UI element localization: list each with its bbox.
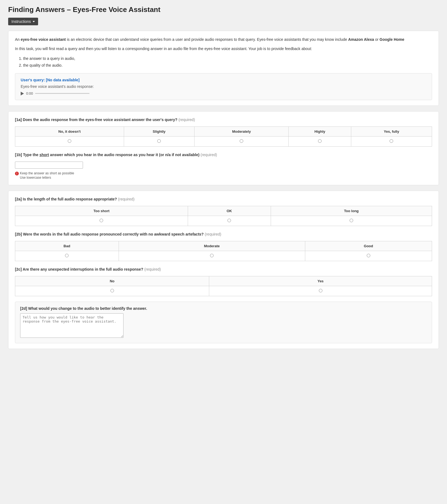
query-box: User's query: [No data available] Eyes-f… (15, 73, 432, 100)
q1a-option-4: Highly (289, 127, 351, 137)
q2a-section: [2a] Is the length of the full audio res… (15, 196, 432, 226)
q2c-section: [2c] Are there any unexpected interrupti… (15, 267, 432, 296)
q2b-radio-2[interactable] (210, 254, 214, 257)
q2a-option-1: Too short (15, 206, 188, 216)
q2b-label: [2b] Were the words in the full audio re… (15, 231, 432, 237)
q2d-textarea[interactable] (20, 313, 124, 338)
instructions-button-label: Instructions (11, 19, 31, 24)
q2d-section: [2d] What would you change to the audio … (15, 302, 432, 343)
q2a-label: [2a] Is the length of the full audio res… (15, 196, 432, 202)
q2a-radio-2[interactable] (227, 219, 231, 222)
q2a-option-2: OK (188, 206, 271, 216)
feedback-list-item-1: the answer to a query in audio, (23, 55, 432, 62)
q1b-hint-2: Use lowercase letters (20, 176, 74, 180)
feedback-list-item-2: the quality of the audio. (23, 62, 432, 69)
q2c-option-2: Yes (209, 276, 432, 286)
list-link-audio-quality: the quality of the audio. (23, 63, 63, 67)
audio-track[interactable] (35, 93, 90, 94)
q1b-text-input[interactable] (15, 162, 83, 169)
q1b-section: [1b] Type the short answer which you hea… (15, 152, 432, 180)
section-2-card: [2a] Is the length of the full audio res… (8, 191, 439, 349)
intro-bold-amazon: Amazon Alexa (348, 37, 374, 42)
q1b-required: (required) (201, 153, 217, 157)
q1a-radio-5[interactable] (390, 139, 393, 143)
q1a-radio-2[interactable] (157, 139, 161, 143)
info-icon: ! (15, 172, 19, 175)
query-value: [No data available] (46, 78, 80, 82)
page-title: Finding Answers – Eyes-Free Voice Assist… (8, 5, 439, 14)
intro-para1: An eyes-free voice assistant is an elect… (15, 36, 432, 42)
intro-bold-eyes-free: eyes-free voice assistant (21, 37, 66, 42)
play-button[interactable] (21, 92, 24, 95)
q1a-required: (required) (178, 118, 195, 122)
q2b-option-2: Moderate (119, 241, 305, 251)
q2a-table: Too short OK Too long (15, 206, 432, 226)
q2b-required: (required) (205, 232, 221, 236)
q1a-table: No, it doesn't Slightly Moderately Highl… (15, 126, 432, 147)
instructions-button[interactable]: Instructions (8, 18, 38, 25)
q1b-hint-1: Keep the answer as short as possible (20, 171, 74, 175)
intro-card: An eyes-free voice assistant is an elect… (8, 31, 439, 106)
q1a-section: [1a] Does the audio response from the ey… (15, 117, 432, 147)
q2b-section: [2b] Were the words in the full audio re… (15, 231, 432, 261)
audio-player: 0:00 (21, 91, 426, 95)
q2b-table: Bad Moderate Good (15, 241, 432, 261)
q2b-radio-3[interactable] (367, 254, 370, 257)
q2b-radio-1[interactable] (65, 254, 69, 257)
q1a-option-1: No, it doesn't (15, 127, 124, 137)
audio-label: Eyes-free voice assistant's audio respon… (21, 84, 426, 89)
q2c-required: (required) (144, 267, 161, 271)
q2c-label: [2c] Are there any unexpected interrupti… (15, 267, 432, 272)
q1b-label: [1b] Type the short answer which you hea… (15, 152, 432, 158)
intro-bold-google: Google Home (380, 37, 404, 42)
section-1-card: [1a] Does the audio response from the ey… (8, 111, 439, 185)
query-label: User's query: [No data available] (21, 78, 426, 82)
q2b-option-3: Good (305, 241, 432, 251)
q1a-option-5: Yes, fully (351, 127, 432, 137)
chevron-down-icon (33, 21, 35, 22)
q1b-hint: ! Keep the answer as short as possible U… (15, 171, 432, 180)
q1a-option-2: Slightly (124, 127, 194, 137)
q1a-option-3: Moderately (194, 127, 289, 137)
q2d-label: [2d] What would you change to the audio … (20, 306, 427, 311)
q2a-option-3: Too long (271, 206, 432, 216)
q2a-radio-3[interactable] (350, 219, 353, 222)
q2a-required: (required) (118, 197, 135, 201)
feedback-list: the answer to a query in audio, the qual… (23, 55, 432, 69)
q1a-radio-4[interactable] (318, 139, 322, 143)
q2b-option-1: Bad (15, 241, 119, 251)
q2d-box: [2d] What would you change to the audio … (15, 302, 432, 343)
q1a-radio-1[interactable] (68, 139, 71, 143)
q2c-table: No Yes (15, 276, 432, 296)
audio-time: 0:00 (26, 91, 33, 95)
q2c-radio-1[interactable] (110, 289, 114, 292)
q2a-radio-1[interactable] (100, 219, 103, 222)
q2c-option-1: No (15, 276, 209, 286)
q1a-radio-3[interactable] (240, 139, 243, 143)
list-link-audio-answer: the answer to a query in audio, (23, 56, 75, 61)
q1a-label: [1a] Does the audio response from the ey… (15, 117, 432, 123)
intro-para2: In this task, you will first read a quer… (15, 46, 432, 52)
q2c-radio-2[interactable] (319, 289, 322, 292)
